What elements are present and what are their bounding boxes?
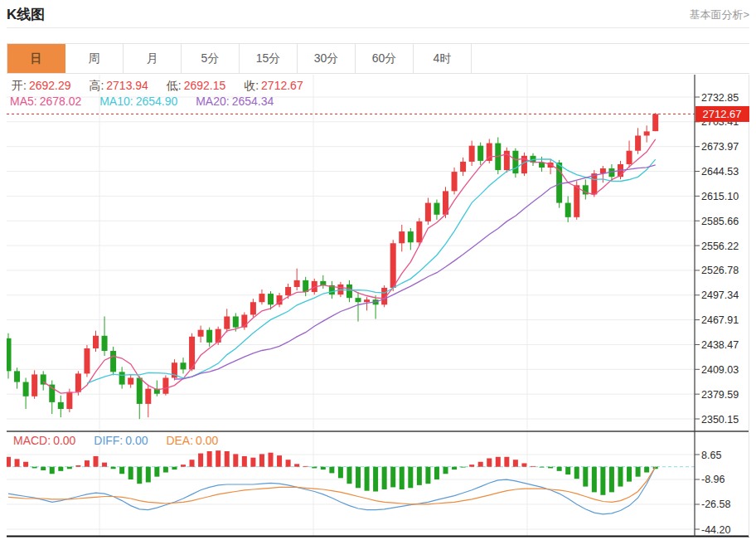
svg-text:2732.85: 2732.85 [701,92,739,104]
macd-histogram [7,450,658,495]
macd-value: 0.00 [53,434,75,447]
ma10-label: MA10: [99,95,133,108]
low-value: 2692.15 [184,79,226,92]
high-value: 2713.94 [106,79,148,92]
svg-text:2350.15: 2350.15 [701,414,739,426]
open-value: 2692.29 [29,79,71,92]
ma10-line [87,159,656,383]
svg-text:2526.78: 2526.78 [701,265,739,276]
ma5-value: 2678.02 [40,95,82,108]
candles [7,113,658,419]
diff-value: 0.00 [125,434,148,447]
svg-text:2556.22: 2556.22 [701,241,739,252]
low-label: 低: [167,79,182,92]
macd-bar: MACD:0.00 DIFF:0.00 DEA:0.00 [13,434,233,447]
high-label: 高: [89,79,104,92]
svg-text:8.65: 8.65 [701,450,721,461]
ma20-label: MA20: [196,95,229,108]
page-title: K线图 [7,5,45,24]
ma10-value: 2654.90 [136,95,178,108]
svg-text:2673.97: 2673.97 [701,141,739,153]
svg-text:2615.10: 2615.10 [701,191,739,202]
svg-text:-8.96: -8.96 [701,474,725,485]
dea-label: DEA: [166,434,193,447]
open-label: 开: [12,79,27,92]
kline-chart-svg[interactable]: 2732.852703.412673.972644.532615.102585.… [7,75,749,538]
svg-text:2379.59: 2379.59 [701,389,739,401]
svg-text:-26.58: -26.58 [701,499,730,510]
current-price-tag-text: 2712.67 [703,108,742,120]
kline-chart[interactable]: 2732.852703.412673.972644.532615.102585.… [7,75,749,538]
close-label: 收: [244,79,259,92]
svg-text:2644.53: 2644.53 [701,166,739,178]
interval-tabs: 日周月5分15分30分60分4时 [7,43,749,74]
tab-30m[interactable]: 30分 [298,44,356,73]
axis-labels: 2732.852703.412673.972644.532615.102585.… [695,92,739,536]
svg-text:-44.20: -44.20 [701,524,730,536]
tab-15m[interactable]: 15分 [240,44,298,73]
svg-text:2497.34: 2497.34 [701,289,739,301]
dea-value: 0.00 [196,434,218,447]
ma20-value: 2654.34 [232,95,274,108]
tab-month[interactable]: 月 [124,44,182,73]
kline-page: K线图 基本面分析> 日周月5分15分30分60分4时 开:2692.29 高:… [0,0,756,540]
svg-text:2438.47: 2438.47 [701,339,739,351]
ma5-label: MA5: [10,95,37,108]
tab-4h[interactable]: 4时 [414,44,472,73]
svg-text:2585.66: 2585.66 [701,216,739,227]
svg-text:2467.91: 2467.91 [701,314,739,326]
diff-label: DIFF: [94,434,123,447]
header-divider [7,27,749,28]
close-value: 2712.67 [261,79,303,92]
tab-5m[interactable]: 5分 [182,44,240,73]
macd-label: MACD: [13,434,51,447]
ohlc-bar: 开:2692.29 高:2713.94 低:2692.15 收:2712.67 [12,79,318,94]
ma5-line [43,139,656,393]
svg-text:2409.03: 2409.03 [701,364,739,376]
ma20-line [175,165,656,379]
fundamental-analysis-link[interactable]: 基本面分析> [689,7,749,22]
tab-week[interactable]: 周 [65,44,124,73]
tab-60m[interactable]: 60分 [356,44,414,73]
tab-day[interactable]: 日 [7,44,65,73]
ma-bar: MA5:2678.02 MA10:2654.90 MA20:2654.34 [10,95,288,108]
